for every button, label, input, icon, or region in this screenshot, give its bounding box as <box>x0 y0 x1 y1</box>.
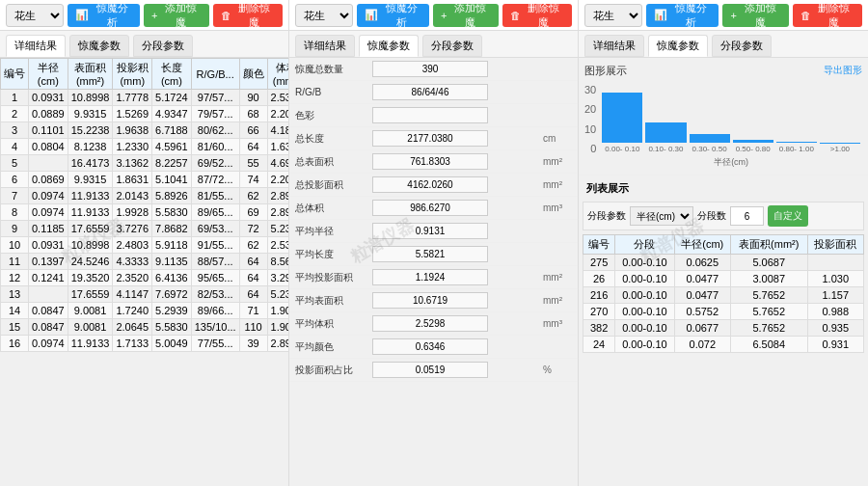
chart-bar <box>733 140 773 143</box>
custom-btn[interactable]: 自定义 <box>768 205 808 227</box>
param-label-text: 惊魔总数量 <box>295 63 372 76</box>
chart-bar-label: 0.30- 0.50 <box>692 145 727 154</box>
tab-panel3-segment[interactable]: 分段参数 <box>712 35 772 57</box>
table-row: 160.097411.91331.71335.004977/55...392.8… <box>1 336 290 352</box>
analyze-icon2: 📊 <box>365 9 378 21</box>
param-row: 平均投影面积 mm² <box>289 266 578 289</box>
param-row: 平均颜色 <box>289 336 578 359</box>
param-unit: mm² <box>543 179 572 190</box>
table-row: 150.08479.00812.06455.5830135/10...1101.… <box>1 319 290 336</box>
panel2-add-btn[interactable]: + 添加惊魔 <box>433 4 499 27</box>
analyze-icon: 📊 <box>75 9 89 21</box>
chart-title: 图形展示 导出图形 <box>584 64 862 78</box>
param-input[interactable] <box>372 130 488 147</box>
param-unit: mm² <box>543 272 572 283</box>
param-input[interactable] <box>372 362 488 378</box>
chart-bar-col: 0.10- 0.30 <box>645 122 686 154</box>
param-input[interactable] <box>372 246 488 262</box>
chart-bar-label: 0.80- 1.00 <box>779 145 814 154</box>
param-input[interactable] <box>372 292 488 309</box>
panel1-add-btn[interactable]: + 添加惊魔 <box>144 4 209 27</box>
panel1-content: 粒谱仪器 编号 半径(cm) 表面积(mm²) 投影积(mm) 长度(cm) R… <box>0 58 289 486</box>
param-row: 平均长度 <box>289 243 578 266</box>
param-input[interactable] <box>372 338 488 355</box>
table-row: 120.124119.35202.35206.413695/65...643.2… <box>1 270 290 286</box>
chart-bar-label: 0.10- 0.30 <box>648 145 683 154</box>
tab-panel3-params[interactable]: 惊魔参数 <box>648 35 708 57</box>
table-row: 20.08899.93151.52694.934779/57...682.207… <box>1 106 290 122</box>
seg-col-proj: 投影面积 <box>807 235 864 255</box>
table-row: 70.097411.91332.01435.892681/55...622.89… <box>1 188 290 204</box>
tab-panel2-params[interactable]: 惊魔参数 <box>359 35 419 57</box>
add-icon3: + <box>730 10 736 21</box>
tab-panel1-params[interactable]: 惊魔参数 <box>69 35 129 57</box>
chart-section: 图形展示 导出图形 30 20 10 0 0.00- 0.100.10- 0.3… <box>579 58 868 176</box>
param-row: 惊魔总数量 <box>289 58 578 81</box>
panel1-delete-btn[interactable]: 🗑 删除惊魔 <box>213 4 283 27</box>
panel2-dropdown[interactable]: 花生 <box>295 4 353 27</box>
panel3-dropdown[interactable]: 花生 <box>584 4 642 27</box>
param-label-text: 平均体积 <box>295 317 372 331</box>
panel1-dropdown[interactable]: 花生 <box>6 4 64 27</box>
table-controls: 分段参数 半径(cm) 分段数 自定义 <box>583 202 864 230</box>
panel2-content: 粒谱仪器 惊魔总数量 R/G/B 色彩 总长度 cm 总表面积 mm² 总投影面… <box>289 58 579 486</box>
param-input[interactable] <box>372 176 488 193</box>
param-label-text: 色彩 <box>295 109 372 122</box>
param-row: 总表面积 mm² <box>289 150 578 174</box>
panel3-topbar: 花生 📊 惊魔分析 + 添加惊魔 🗑 删除惊魔 <box>579 0 868 30</box>
chart-bar-col: 0.00- 0.10 <box>602 93 642 154</box>
panel3-add-btn[interactable]: + 添加惊魔 <box>722 4 788 27</box>
table-row: 80.097411.91331.99285.583089/65...692.89… <box>1 204 290 221</box>
panel3-analyze-btn[interactable]: 📊 惊魔分析 <box>646 4 719 27</box>
table-row: 30.110115.22381.96386.718880/62...664.18… <box>1 122 290 139</box>
param-unit: mm² <box>543 295 572 306</box>
table-row: 2750.00-0.100.06255.0687 <box>583 255 864 271</box>
tab-panel2-detail[interactable]: 详细结果 <box>295 35 355 57</box>
param-unit: % <box>543 364 572 375</box>
tab-panel1-detail[interactable]: 详细结果 <box>6 35 66 57</box>
tab-panel3-detail[interactable]: 详细结果 <box>584 35 644 57</box>
detail-table: 编号 半径(cm) 表面积(mm²) 投影积(mm) 长度(cm) R/G/B.… <box>0 58 289 352</box>
param-input[interactable] <box>372 107 488 123</box>
chart-export-btn[interactable]: 导出图形 <box>824 64 862 78</box>
param-label-text: R/G/B <box>295 87 372 97</box>
param-input[interactable] <box>372 315 488 332</box>
param-row: 总投影面积 mm² <box>289 174 578 197</box>
param-select[interactable]: 半径(cm) <box>630 206 693 226</box>
param-label-text: 平均颜色 <box>295 340 372 354</box>
col-rgb: R/G/B... <box>191 59 239 90</box>
table-row: 1317.65594.11477.697282/53...645.2320 <box>1 286 290 303</box>
panel2-analyze-btn[interactable]: 📊 惊魔分析 <box>357 4 429 27</box>
table-section: 列表展示 分段参数 半径(cm) 分段数 自定义 编号 分段 半 <box>579 176 868 357</box>
param-label-text: 平均长度 <box>295 248 372 261</box>
table-row: 140.08479.00811.72405.293989/66...711.90… <box>1 303 290 319</box>
seg-col-surface: 表面积(mm²) <box>731 235 807 255</box>
chart-bar <box>602 93 642 144</box>
table-row: 260.00-0.100.04773.00871.030 <box>583 271 864 287</box>
panel3-delete-btn[interactable]: 🗑 删除惊魔 <box>793 4 863 27</box>
tab-panel2-segment[interactable]: 分段参数 <box>422 35 482 57</box>
table-row: 3820.00-0.100.06775.76520.935 <box>583 320 864 337</box>
seg-col-id: 编号 <box>583 235 615 255</box>
param-label-text: 总投影面积 <box>295 178 372 192</box>
param-input[interactable] <box>372 84 488 100</box>
param-input[interactable] <box>372 223 488 239</box>
param-input[interactable] <box>372 153 488 170</box>
param-input[interactable] <box>372 61 488 77</box>
param-unit: mm³ <box>543 202 572 213</box>
chart-y-axis: 30 20 10 0 <box>584 82 600 154</box>
col-radius: 半径(cm) <box>29 59 68 90</box>
panel3-tabs: 详细结果 惊魔参数 分段参数 <box>579 31 868 57</box>
param-input[interactable] <box>372 269 488 285</box>
col-volume: 体积(mm³) <box>267 59 289 90</box>
panel2-delete-btn[interactable]: 🗑 删除惊魔 <box>502 4 572 27</box>
param-input[interactable] <box>372 200 488 216</box>
param-row: R/G/B <box>289 81 578 104</box>
analyze-icon3: 📊 <box>654 9 667 21</box>
segment-input[interactable] <box>730 206 764 226</box>
panel1-analyze-btn[interactable]: 📊 惊魔分析 <box>68 4 140 27</box>
param-row: 总体积 mm³ <box>289 197 578 220</box>
col-length: 长度(cm) <box>152 59 192 90</box>
tab-panel1-segment[interactable]: 分段参数 <box>133 35 193 57</box>
chart-bar-label: >1.00 <box>830 145 850 154</box>
